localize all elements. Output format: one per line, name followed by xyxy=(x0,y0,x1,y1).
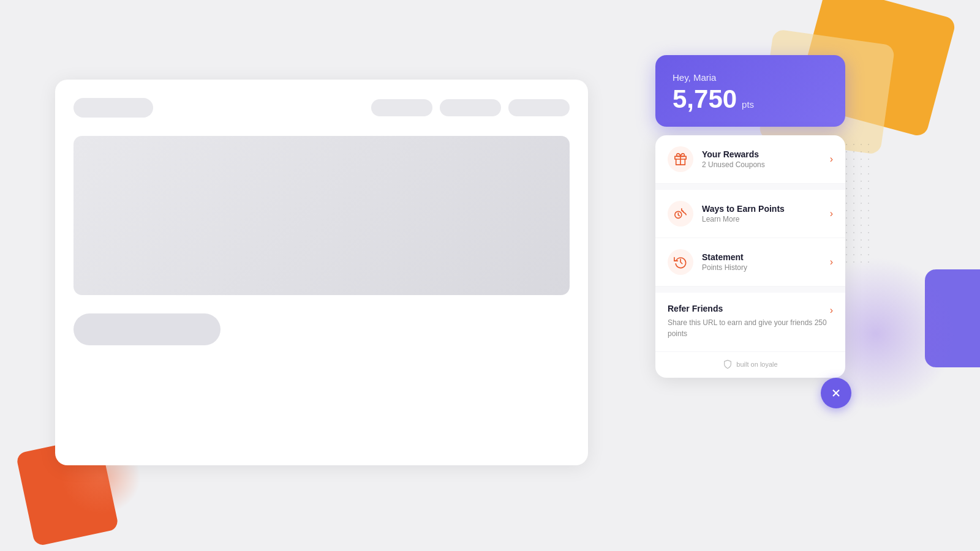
loyalty-panel: Hey, Maria 5,750 pts Your Rewards 2 Unus… xyxy=(655,55,845,378)
refer-friends-chevron[interactable]: › xyxy=(830,305,833,316)
page-nav xyxy=(74,98,570,118)
history-icon-wrap xyxy=(668,249,693,275)
your-rewards-text: Your Rewards 2 Unused Coupons xyxy=(702,149,825,169)
placeholder-nav xyxy=(371,99,570,116)
divider-2 xyxy=(655,287,845,293)
loyalty-header: Hey, Maria 5,750 pts xyxy=(655,55,845,127)
your-rewards-subtitle: 2 Unused Coupons xyxy=(702,160,825,169)
gift-icon xyxy=(674,152,687,166)
loyalty-points-value: 5,750 xyxy=(673,86,737,112)
your-rewards-title: Your Rewards xyxy=(702,149,825,159)
svg-line-4 xyxy=(678,215,679,216)
statement-title: Statement xyxy=(702,252,825,262)
statement-item[interactable]: Statement Points History › xyxy=(655,238,845,287)
placeholder-button xyxy=(74,313,221,345)
refer-friends-section: Refer Friends › Share this URL to earn a… xyxy=(655,293,845,348)
loyale-footer: built on loyale xyxy=(655,351,845,378)
refer-header-row: Refer Friends › xyxy=(668,304,833,317)
placeholder-nav-1 xyxy=(371,99,432,116)
coins-icon xyxy=(674,207,687,220)
loyalty-greeting: Hey, Maria xyxy=(673,72,828,83)
your-rewards-chevron: › xyxy=(830,154,833,165)
refer-friends-desc: Share this URL to earn and give your fri… xyxy=(668,317,833,339)
placeholder-nav-2 xyxy=(440,99,501,116)
loyalty-points-row: 5,750 pts xyxy=(673,86,828,112)
coins-icon-wrap xyxy=(668,201,693,227)
loyalty-points-label: pts xyxy=(742,99,754,110)
statement-text: Statement Points History xyxy=(702,252,825,272)
placeholder-logo xyxy=(74,98,153,118)
history-icon xyxy=(674,255,687,269)
ways-to-earn-chevron: › xyxy=(830,208,833,219)
your-rewards-item[interactable]: Your Rewards 2 Unused Coupons › xyxy=(655,135,845,184)
close-icon xyxy=(830,387,842,399)
loyalty-card: Your Rewards 2 Unused Coupons › W xyxy=(655,135,845,378)
placeholder-nav-3 xyxy=(508,99,570,116)
ways-to-earn-item[interactable]: Ways to Earn Points Learn More › xyxy=(655,190,845,238)
divider-1 xyxy=(655,184,845,190)
refer-friends-title: Refer Friends xyxy=(668,304,723,313)
loyale-footer-text: built on loyale xyxy=(736,361,777,368)
ways-to-earn-subtitle: Learn More xyxy=(702,215,825,223)
ways-to-earn-text: Ways to Earn Points Learn More xyxy=(702,204,825,223)
ways-to-earn-title: Ways to Earn Points xyxy=(702,204,825,214)
close-fab-button[interactable] xyxy=(821,378,851,408)
statement-subtitle: Points History xyxy=(702,263,825,272)
gift-icon-wrap xyxy=(668,146,693,172)
statement-chevron: › xyxy=(830,257,833,268)
page-background xyxy=(55,80,588,465)
shield-icon xyxy=(723,359,733,369)
placeholder-hero xyxy=(74,136,570,295)
